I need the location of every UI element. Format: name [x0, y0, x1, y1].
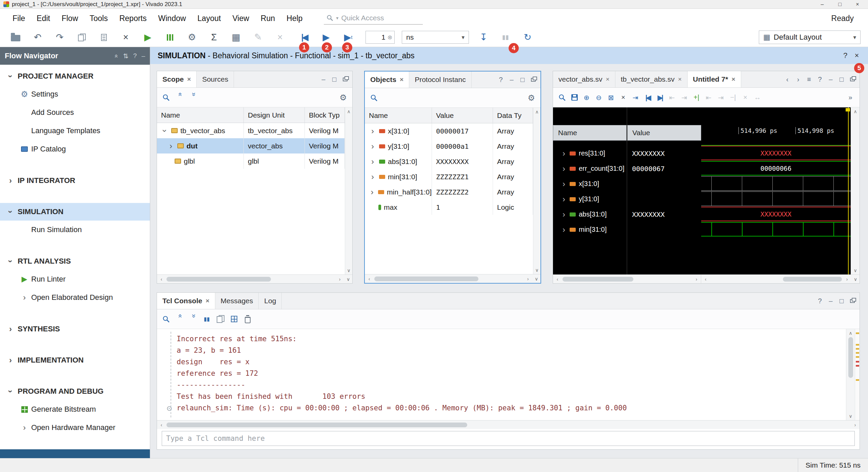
- copy-icon[interactable]: [215, 314, 225, 324]
- scrollbar-thumb[interactable]: [848, 337, 853, 378]
- chevron-right-icon[interactable]: ›: [561, 165, 567, 173]
- sidebar-item-settings[interactable]: ⚙ Settings: [0, 85, 150, 103]
- tab-scroll-right-icon[interactable]: ›: [793, 75, 803, 84]
- flow-section-ip-integrator[interactable]: › IP INTEGRATOR: [0, 172, 150, 189]
- paste-icon[interactable]: [96, 30, 111, 44]
- tab-tcl-console[interactable]: Tcl Console ×: [157, 293, 215, 309]
- maximize-panel-icon[interactable]: □: [836, 296, 847, 306]
- maximize-panel-icon[interactable]: □: [517, 75, 528, 84]
- undo-icon[interactable]: ↶: [30, 30, 45, 44]
- help-icon[interactable]: ?: [815, 296, 825, 306]
- minimize-panel-icon[interactable]: –: [826, 296, 836, 306]
- float-panel-icon[interactable]: [847, 296, 857, 306]
- minimize-window-icon[interactable]: –: [818, 1, 826, 7]
- scroll-down-icon[interactable]: ∨: [851, 276, 860, 282]
- menu-help[interactable]: Help: [281, 9, 308, 28]
- menu-view[interactable]: View: [226, 9, 255, 28]
- horizontal-scrollbar[interactable]: ‹ › ∨: [701, 275, 860, 283]
- simulation-time-input[interactable]: 1 ⊗: [366, 31, 395, 44]
- tab-protocol-instances[interactable]: Protocol Instanc: [409, 71, 472, 88]
- tree-row-dut[interactable]: › dut vector_abs Verilog M: [157, 138, 345, 153]
- menu-edit[interactable]: Edit: [31, 9, 56, 28]
- menu-window[interactable]: Window: [153, 9, 192, 28]
- redo-icon[interactable]: ↷: [52, 30, 67, 44]
- flow-section-program-and-debug[interactable]: › PROGRAM AND DEBUG: [0, 383, 150, 400]
- maximize-panel-icon[interactable]: □: [836, 75, 847, 84]
- scrollbar-thumb[interactable]: [563, 277, 633, 282]
- open-project-icon[interactable]: [8, 30, 23, 44]
- vertical-scrollbar[interactable]: ∧ ∨: [345, 107, 352, 274]
- column-header-data-type[interactable]: Data Ty: [493, 108, 533, 123]
- vertical-scrollbar[interactable]: ∧ ∨: [533, 108, 540, 274]
- scroll-up-icon[interactable]: ∧: [535, 109, 538, 115]
- search-icon[interactable]: [161, 314, 171, 324]
- wave-name-header[interactable]: Name: [553, 125, 627, 141]
- tab-log[interactable]: Log: [259, 293, 282, 309]
- close-icon[interactable]: ×: [606, 76, 610, 83]
- close-icon[interactable]: ×: [678, 76, 682, 83]
- scroll-down-icon[interactable]: ∨: [853, 268, 857, 273]
- tcl-command-input[interactable]: [162, 431, 855, 446]
- zoom-fit-icon[interactable]: ⊠: [606, 93, 616, 102]
- object-row-max[interactable]: max 1 Logic: [365, 200, 533, 215]
- scroll-left-icon[interactable]: ‹: [157, 422, 166, 428]
- scroll-down-icon[interactable]: ∨: [344, 276, 352, 282]
- wave-signal-abs[interactable]: ›abs[31:0]: [553, 207, 627, 222]
- console-output[interactable]: ⊙ Incorrect res at time 515ns: a = 23, b…: [157, 329, 846, 420]
- wave-signal-min[interactable]: ›min[31:0]: [553, 222, 627, 237]
- next-time-icon[interactable]: ▶|: [655, 93, 665, 102]
- chevron-right-icon[interactable]: ›: [561, 210, 567, 219]
- horizontal-scrollbar[interactable]: ‹ › ∨: [365, 274, 540, 283]
- scroll-left-icon[interactable]: ‹: [701, 276, 710, 282]
- tab-tb-vector-abs-sv[interactable]: tb_vector_abs.sv ×: [615, 71, 688, 87]
- help-icon[interactable]: ?: [840, 51, 851, 60]
- help-icon[interactable]: ?: [815, 75, 825, 84]
- flow-section-simulation[interactable]: › SIMULATION: [0, 203, 150, 221]
- tab-list-icon[interactable]: ≡: [804, 75, 814, 84]
- column-header-name[interactable]: Name: [157, 107, 244, 123]
- menu-run[interactable]: Run: [255, 9, 281, 28]
- scroll-down-icon[interactable]: ∨: [535, 267, 538, 273]
- close-icon[interactable]: ×: [731, 76, 735, 83]
- menu-flow[interactable]: Flow: [56, 9, 84, 28]
- vertical-scrollbar[interactable]: ∧ ∨: [851, 107, 860, 274]
- chevron-right-icon[interactable]: ›: [369, 188, 375, 196]
- flow-section-implementation[interactable]: › IMPLEMENTATION: [0, 351, 150, 369]
- goto-cursor-icon[interactable]: ⇥: [630, 93, 640, 102]
- save-icon[interactable]: [569, 93, 579, 102]
- scroll-left-icon[interactable]: ‹: [365, 276, 374, 282]
- scroll-left-icon[interactable]: ‹: [157, 276, 166, 282]
- chevron-right-icon[interactable]: ›: [561, 195, 567, 203]
- float-panel-icon[interactable]: [340, 75, 350, 84]
- tab-sources[interactable]: Sources: [197, 71, 234, 87]
- trash-icon[interactable]: [242, 314, 253, 324]
- collapse-all-icon[interactable]: «: [113, 54, 120, 58]
- minimize-panel-icon[interactable]: –: [507, 75, 517, 84]
- chevron-right-icon[interactable]: ›: [369, 158, 376, 166]
- tree-row-tb-vector-abs[interactable]: › tb_vector_abs tb_vector_abs Verilog M: [157, 123, 345, 138]
- scroll-right-icon[interactable]: ›: [692, 276, 701, 282]
- sigma-report-icon[interactable]: Σ: [206, 30, 221, 44]
- scroll-right-icon[interactable]: ›: [524, 276, 532, 282]
- step-icon[interactable]: ↧: [476, 30, 491, 44]
- expand-all-icon[interactable]: »: [189, 314, 198, 324]
- wave-cursor[interactable]: [848, 107, 849, 274]
- tab-untitled-7[interactable]: Untitled 7* ×: [688, 71, 741, 87]
- menu-file[interactable]: File: [7, 9, 31, 28]
- flow-section-synthesis[interactable]: › SYNTHESIS: [0, 320, 150, 338]
- collapse-all-icon[interactable]: «: [175, 314, 184, 324]
- chevron-right-icon[interactable]: ›: [369, 173, 376, 181]
- quick-access-search[interactable]: ▾ Quick Access: [324, 12, 423, 25]
- expand-toggle-icon[interactable]: ⇅: [123, 52, 129, 60]
- maximize-panel-icon[interactable]: □: [329, 75, 339, 84]
- object-row-min-half[interactable]: ›min_half[31:0] ZZZZZZZ2 Array: [365, 184, 533, 200]
- tab-scroll-left-icon[interactable]: ‹: [782, 75, 792, 84]
- scrollbar-thumb[interactable]: [374, 276, 478, 281]
- collapse-all-icon[interactable]: «: [175, 93, 184, 103]
- sidebar-item-generate-bitstream[interactable]: Generate Bitstream: [0, 400, 150, 418]
- column-header-value[interactable]: Value: [432, 108, 493, 123]
- delete-icon[interactable]: ×: [118, 30, 133, 44]
- close-icon[interactable]: ×: [205, 297, 209, 305]
- sidebar-item-open-hardware-manager[interactable]: › Open Hardware Manager: [0, 418, 150, 437]
- sidebar-item-add-sources[interactable]: Add Sources: [0, 103, 150, 122]
